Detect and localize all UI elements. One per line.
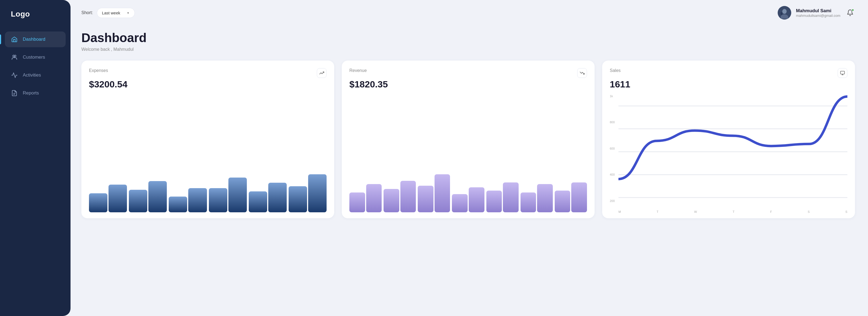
- revenue-bar-chart: [349, 94, 587, 213]
- bar-group: [89, 184, 127, 212]
- card-header-expenses: Expenses: [89, 68, 327, 78]
- expenses-icon-btn[interactable]: [317, 68, 327, 78]
- bar: [555, 191, 570, 212]
- bar-group: [486, 182, 519, 212]
- x-label: M: [618, 210, 621, 213]
- expenses-label: Expenses: [89, 68, 108, 73]
- bar: [521, 193, 536, 212]
- expenses-bar-chart: [89, 94, 327, 213]
- bar: [268, 183, 287, 212]
- logo: Logo: [0, 10, 70, 31]
- bar: [366, 184, 382, 212]
- bar: [537, 184, 553, 212]
- bar-group: [289, 174, 327, 212]
- notification-dot: [851, 9, 854, 11]
- user-name: Mahmudul Sami: [796, 8, 840, 13]
- revenue-card: Revenue $1820.35: [342, 61, 595, 218]
- sort-label: Short:: [82, 10, 93, 15]
- bar-group: [249, 183, 287, 212]
- header-right: Mahmudul Sami mahmudullsami@gmail.com: [778, 6, 855, 20]
- sidebar-item-customers[interactable]: Customers: [5, 50, 66, 65]
- bar: [571, 182, 587, 212]
- bar: [383, 189, 399, 212]
- sales-icon-btn[interactable]: [838, 68, 847, 78]
- y-label: 200: [610, 199, 615, 203]
- bar: [249, 192, 267, 212]
- bar-group: [169, 188, 207, 212]
- y-label: 800: [610, 120, 615, 124]
- sidebar-item-reports[interactable]: Reports: [5, 85, 66, 101]
- bar: [503, 182, 519, 212]
- bar: [400, 181, 416, 212]
- bar: [486, 191, 502, 212]
- sort-select[interactable]: Last week ▾: [97, 8, 135, 18]
- bar: [108, 184, 127, 212]
- bar: [228, 177, 247, 212]
- sidebar-nav: Dashboard Customers Activities: [0, 31, 70, 101]
- bar: [129, 190, 147, 212]
- user-email: mahmudullsami@gmail.com: [796, 13, 840, 18]
- sales-value: 1611: [610, 79, 847, 90]
- bar: [209, 188, 227, 212]
- bar-group: [129, 181, 167, 212]
- y-axis-labels: 1k800600400200: [610, 94, 615, 203]
- header: Short: Last week ▾ Mahmudul Sami mahmudu…: [70, 0, 868, 26]
- bar: [148, 181, 167, 212]
- avatar: [778, 6, 791, 20]
- home-icon: [11, 36, 18, 43]
- bell-button[interactable]: [845, 8, 855, 18]
- revenue-value: $1820.35: [349, 79, 587, 90]
- x-label: S: [808, 210, 810, 213]
- sidebar-item-label-activities: Activities: [23, 73, 41, 78]
- card-header-sales: Sales: [610, 68, 847, 78]
- bar: [452, 194, 468, 212]
- x-label: F: [770, 210, 772, 213]
- sidebar-item-label-dashboard: Dashboard: [23, 37, 45, 42]
- sort-value: Last week: [102, 10, 120, 15]
- sidebar-item-dashboard[interactable]: Dashboard: [5, 31, 66, 47]
- y-label: 1k: [610, 94, 615, 98]
- bar: [308, 174, 327, 212]
- svg-point-1: [14, 55, 16, 57]
- bar-group: [209, 177, 247, 212]
- card-header-revenue: Revenue: [349, 68, 587, 78]
- svg-rect-9: [841, 71, 845, 74]
- bar-group: [383, 181, 416, 212]
- x-axis-labels: MTWTFSS: [610, 210, 847, 213]
- sales-card: Sales 1611 1k800600400200: [602, 61, 855, 218]
- sales-label: Sales: [610, 68, 621, 73]
- svg-rect-8: [781, 12, 782, 15]
- y-label: 400: [610, 173, 615, 176]
- sidebar-item-label-customers: Customers: [23, 55, 45, 60]
- bar-group: [555, 182, 587, 212]
- page-title: Dashboard: [82, 31, 855, 45]
- bar: [418, 186, 433, 212]
- chevron-down-icon: ▾: [127, 11, 129, 15]
- bar-group: [418, 174, 450, 212]
- sidebar-item-label-reports: Reports: [23, 90, 39, 96]
- customers-icon: [11, 54, 18, 61]
- x-label: T: [733, 210, 735, 213]
- bar: [469, 187, 485, 212]
- expenses-card: Expenses $3200.54: [82, 61, 334, 218]
- x-label: S: [845, 210, 847, 213]
- revenue-label: Revenue: [349, 68, 367, 73]
- reports-icon: [11, 90, 18, 97]
- x-label: T: [657, 210, 659, 213]
- line-chart-svg-wrap: [618, 94, 847, 209]
- revenue-icon-btn[interactable]: [577, 68, 587, 78]
- y-label: 600: [610, 147, 615, 150]
- bar: [435, 174, 450, 212]
- bar-group: [452, 187, 484, 212]
- cards-row: Expenses $3200.54 Revenue: [82, 61, 855, 218]
- x-label: W: [694, 210, 697, 213]
- bar: [349, 193, 365, 212]
- sales-line-chart: 1k800600400200: [610, 94, 847, 213]
- sidebar: Logo Dashboard Customers: [0, 0, 70, 316]
- activities-icon: [11, 72, 18, 79]
- bar-group: [521, 184, 553, 212]
- bar: [289, 186, 307, 212]
- sidebar-item-activities[interactable]: Activities: [5, 67, 66, 83]
- expenses-value: $3200.54: [89, 79, 327, 90]
- bar-group: [349, 184, 382, 212]
